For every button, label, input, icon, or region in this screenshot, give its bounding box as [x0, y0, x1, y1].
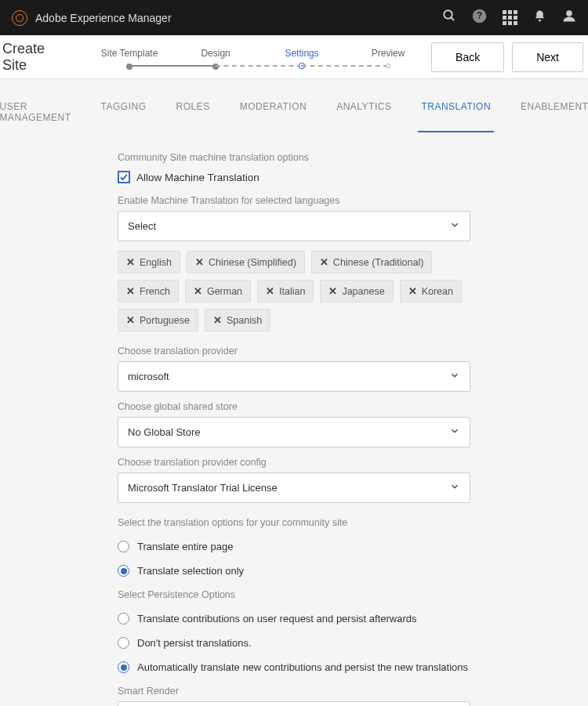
chip-chinese-traditional[interactable]: ✕Chinese (Traditional)	[311, 251, 433, 273]
svg-point-0	[444, 10, 452, 19]
chevron-down-icon	[449, 425, 460, 439]
back-button[interactable]: Back	[431, 42, 504, 72]
help-icon[interactable]: ?	[472, 9, 487, 27]
radio-persist-request[interactable]	[118, 613, 129, 625]
chip-korean[interactable]: ✕Korean	[400, 280, 462, 302]
chip-english[interactable]: ✕English	[118, 251, 180, 273]
smart-render-select[interactable]: Always show contributions in the origina…	[118, 701, 470, 706]
radio-persist-auto[interactable]	[118, 661, 129, 673]
step-settings[interactable]: Settings	[259, 45, 345, 68]
chip-chinese-simplified[interactable]: ✕Chinese (Simplified)	[187, 251, 305, 273]
chip-italian[interactable]: ✕Italian	[257, 280, 314, 302]
provider-select[interactable]: microsoft	[118, 361, 470, 392]
chevron-down-icon	[449, 219, 460, 233]
tab-enablement[interactable]: ENABLEMENT	[517, 93, 588, 132]
svg-line-1	[451, 17, 454, 20]
chip-spanish[interactable]: ✕Spanish	[205, 309, 270, 331]
section-title: Community Site machine translation optio…	[118, 152, 470, 163]
page-title: Create Site	[2, 41, 63, 74]
step-design[interactable]: Design	[172, 45, 259, 70]
chevron-down-icon	[449, 481, 460, 494]
settings-tabs: USER MANAGEMENT TAGGING ROLES MODERATION…	[0, 79, 588, 132]
radio-persist-none[interactable]	[118, 637, 129, 649]
close-icon: ✕	[195, 256, 204, 268]
tab-roles[interactable]: ROLES	[173, 93, 213, 132]
subheader: Create Site Site Template Design Setting…	[0, 35, 588, 79]
tab-moderation[interactable]: MODERATION	[237, 93, 310, 132]
persist-none-row: Don't persist translations.	[118, 637, 470, 649]
config-select[interactable]: Microsoft Translator Trial License	[118, 472, 470, 503]
svg-point-5	[566, 10, 572, 16]
close-icon: ✕	[194, 285, 202, 297]
smart-render-label: Smart Render	[118, 686, 470, 697]
close-icon: ✕	[320, 256, 328, 268]
languages-select[interactable]: Select	[118, 211, 470, 241]
search-icon[interactable]	[442, 9, 456, 27]
wizard-steps: Site Template Design Settings Preview	[86, 45, 431, 70]
aem-logo-icon	[12, 10, 27, 26]
step-preview[interactable]: Preview	[345, 45, 431, 68]
radio-translate-selection[interactable]	[118, 565, 129, 577]
chevron-down-icon	[449, 370, 460, 383]
allow-machine-translation-label: Allow Machine Translation	[136, 172, 260, 183]
translation-options-label: Select the translation options for your …	[118, 517, 470, 528]
close-icon: ✕	[126, 285, 135, 297]
bell-icon[interactable]	[533, 9, 546, 27]
config-label: Choose translation provider config	[118, 457, 470, 468]
chip-japanese[interactable]: ✕Japanese	[320, 280, 393, 302]
tab-analytics[interactable]: ANALYTICS	[333, 93, 394, 132]
topbar-right: ?	[442, 9, 576, 27]
user-icon[interactable]	[562, 9, 576, 27]
chip-portuguese[interactable]: ✕Portuguese	[118, 309, 198, 331]
step-site-template[interactable]: Site Template	[86, 45, 172, 70]
persist-auto-row: Automatically translate new contribution…	[118, 661, 470, 673]
radio-translate-entire[interactable]	[118, 541, 129, 552]
allow-machine-translation-checkbox[interactable]	[118, 171, 130, 183]
opt-selection-row: Translate selection only	[118, 565, 470, 577]
opt-entire-row: Translate entire page	[118, 541, 470, 552]
close-icon: ✕	[126, 314, 135, 326]
next-button[interactable]: Next	[512, 42, 583, 72]
tab-tagging[interactable]: TAGGING	[98, 93, 150, 132]
provider-label: Choose translation provider	[118, 346, 470, 357]
chip-french[interactable]: ✕French	[118, 280, 179, 302]
allow-machine-translation-row: Allow Machine Translation	[118, 171, 470, 183]
close-icon: ✕	[328, 285, 337, 297]
svg-text:?: ?	[477, 10, 482, 21]
store-select[interactable]: No Global Store	[118, 417, 470, 447]
app-title: Adobe Experience Manager	[35, 12, 172, 24]
persist-request-row: Translate contributions on user request …	[118, 613, 470, 625]
tab-translation[interactable]: TRANSLATION	[418, 93, 494, 132]
chip-german[interactable]: ✕German	[185, 280, 251, 302]
topbar-left: Adobe Experience Manager	[12, 10, 172, 26]
languages-label: Enable Machine Translation for selected …	[118, 195, 470, 206]
top-bar: Adobe Experience Manager ?	[0, 0, 588, 35]
wizard-buttons: Back Next	[431, 42, 583, 72]
close-icon: ✕	[126, 256, 135, 268]
close-icon: ✕	[266, 285, 274, 297]
store-label: Choose global shared store	[118, 401, 470, 412]
tab-user-management[interactable]: USER MANAGEMENT	[0, 93, 74, 132]
language-chips: ✕English ✕Chinese (Simplified) ✕Chinese …	[118, 251, 470, 331]
persistence-label: Select Persistence Options	[118, 589, 470, 600]
apps-icon[interactable]	[503, 10, 517, 25]
close-icon: ✕	[213, 314, 222, 326]
svg-point-4	[539, 19, 541, 21]
close-icon: ✕	[408, 285, 417, 297]
translation-panel: Community Site machine translation optio…	[0, 132, 588, 706]
